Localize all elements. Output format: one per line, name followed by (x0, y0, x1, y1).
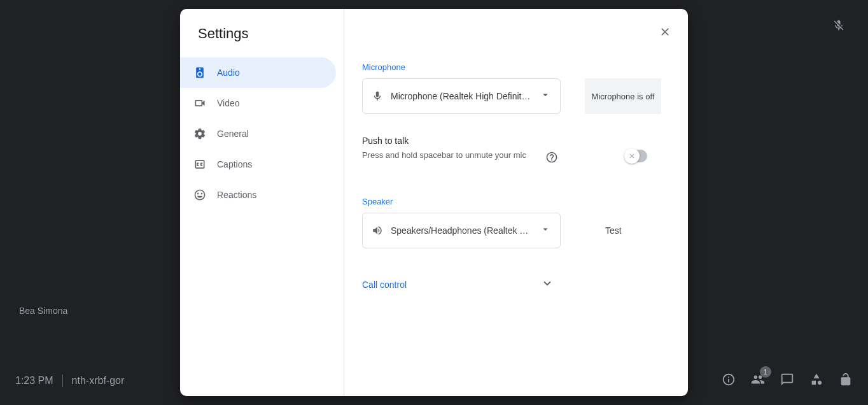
videocam-icon (193, 97, 207, 110)
mic-off-indicator (832, 19, 845, 34)
microphone-select[interactable]: Microphone (Realtek High Definitio… (362, 78, 561, 114)
divider (62, 374, 63, 387)
nav-item-general[interactable]: General (180, 118, 336, 149)
dropdown-caret-icon (540, 89, 551, 103)
emoji-icon (193, 188, 207, 201)
chat-button[interactable] (780, 373, 794, 389)
bottom-left: 1:23 PM nth-xrbf-gor (15, 374, 124, 387)
chevron-down-icon (540, 276, 554, 293)
nav-label: Captions (217, 159, 252, 169)
microphone-label: Microphone (362, 62, 670, 72)
speaker-label: Speaker (362, 197, 670, 206)
meeting-code: nth-xrbf-gor (72, 375, 125, 387)
settings-nav: Audio Video General Captions (180, 57, 344, 210)
nav-label: Audio (217, 68, 240, 78)
push-to-talk-description: Press and hold spacebar to unmute your m… (362, 150, 534, 162)
gear-icon (193, 127, 207, 140)
nav-item-captions[interactable]: Captions (180, 149, 336, 180)
test-speaker-button[interactable]: Test (585, 213, 642, 248)
microphone-status: Microphone is off (585, 78, 661, 114)
info-button[interactable] (722, 373, 736, 389)
microphone-icon (372, 90, 383, 102)
settings-title: Settings (180, 25, 344, 57)
volume-icon (372, 225, 383, 236)
speaker-selected-value: Speakers/Headphones (Realtek Hig… (391, 225, 532, 236)
nav-item-audio[interactable]: Audio (180, 57, 336, 88)
call-control-label: Call control (362, 280, 407, 290)
speaker-icon (193, 66, 207, 79)
bottom-right: 1 (722, 373, 853, 389)
nav-label: Reactions (217, 190, 256, 200)
host-controls-button[interactable] (839, 373, 853, 389)
settings-main: Microphone Microphone (Realtek High Defi… (344, 9, 688, 396)
push-to-talk-block: Push to talk Press and hold spacebar to … (362, 136, 670, 166)
microphone-selected-value: Microphone (Realtek High Definitio… (391, 91, 532, 101)
call-control-toggle[interactable]: Call control (362, 276, 554, 293)
dropdown-caret-icon (540, 224, 551, 238)
nav-item-reactions[interactable]: Reactions (180, 180, 336, 210)
people-button[interactable]: 1 (751, 373, 765, 389)
toggle-knob (624, 148, 640, 164)
help-icon[interactable] (545, 151, 558, 166)
settings-modal: Settings Audio Video General (180, 9, 688, 396)
participant-name: Bea Simona (19, 306, 67, 316)
captions-icon (193, 158, 207, 171)
nav-item-video[interactable]: Video (180, 88, 336, 118)
push-to-talk-title: Push to talk (362, 136, 534, 146)
nav-label: General (217, 129, 249, 139)
activities-button[interactable] (809, 373, 823, 389)
nav-label: Video (217, 98, 240, 108)
settings-sidebar: Settings Audio Video General (180, 9, 344, 396)
people-count-badge: 1 (760, 366, 771, 378)
push-to-talk-toggle[interactable] (624, 150, 647, 162)
close-button[interactable] (654, 20, 676, 43)
clock-time: 1:23 PM (15, 375, 53, 387)
speaker-select[interactable]: Speakers/Headphones (Realtek Hig… (362, 213, 561, 248)
